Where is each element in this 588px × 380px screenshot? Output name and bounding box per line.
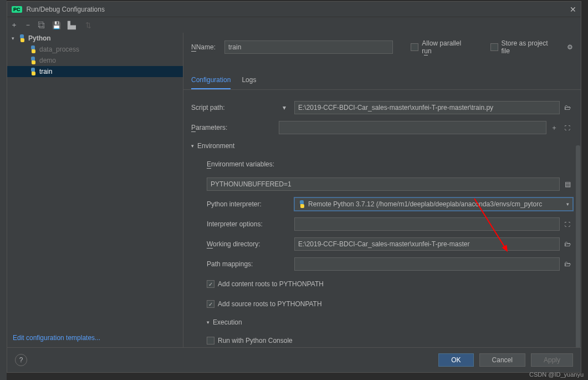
- window-title: Run/Debug Configurations: [27, 6, 570, 13]
- apply-button[interactable]: Apply: [531, 353, 573, 367]
- chevron-down-icon: ▾: [207, 320, 209, 325]
- tab-configuration[interactable]: Configuration: [191, 72, 231, 89]
- tree-root-python[interactable]: ▾ Python: [7, 33, 183, 44]
- env-vars-input[interactable]: [207, 178, 560, 191]
- section-label: Execution: [213, 318, 242, 326]
- folder-icon[interactable]: 🗁: [562, 259, 573, 270]
- checkbox-icon: [411, 43, 418, 51]
- python-icon: [29, 68, 37, 75]
- environment-section[interactable]: ▾ Environment: [191, 142, 573, 150]
- tree-item-train[interactable]: train: [7, 66, 183, 77]
- interpreter-value: Remote Python 3.7.12 (/home/m1/deeplab/d…: [308, 200, 542, 208]
- help-icon[interactable]: ?: [15, 354, 27, 366]
- interp-options-label: Interpreter options:: [207, 220, 290, 228]
- interpreter-label: Python interpreter:: [207, 200, 290, 208]
- tab-logs[interactable]: Logs: [242, 72, 256, 89]
- name-input[interactable]: [224, 40, 393, 54]
- run-console-checkbox[interactable]: Run with Python Console: [207, 337, 293, 344]
- python-interpreter-select[interactable]: Remote Python 3.7.12 (/home/m1/deeplab/d…: [294, 197, 573, 211]
- path-mappings-label: Path mappings:: [207, 260, 290, 268]
- checkbox-icon: [207, 300, 214, 308]
- close-icon[interactable]: ✕: [570, 5, 576, 14]
- folder-icon[interactable]: 🗁: [562, 102, 573, 113]
- folder-open-icon[interactable]: ▙▖: [68, 21, 79, 29]
- pycharm-icon: PC: [12, 6, 22, 13]
- checkbox-icon: [207, 337, 214, 344]
- scrollbar[interactable]: [576, 145, 580, 347]
- store-project-checkbox[interactable]: Store as project file: [490, 39, 558, 55]
- env-vars-label: Environment variables:: [207, 160, 290, 168]
- checkbox-icon: [490, 43, 498, 51]
- folder-icon[interactable]: 🗁: [562, 239, 573, 250]
- add-icon[interactable]: ＋: [11, 20, 18, 30]
- sort-icon[interactable]: ⇅: [85, 21, 91, 29]
- name-label: NName:: [191, 43, 216, 51]
- tree-root-label: Python: [28, 34, 51, 42]
- ok-button[interactable]: OK: [438, 353, 473, 367]
- save-icon[interactable]: 💾: [52, 21, 61, 29]
- remove-icon[interactable]: －: [24, 20, 32, 30]
- checkbox-label: Add content roots to PYTHONPATH: [218, 280, 324, 288]
- run-debug-config-dialog: PC Run/Debug Configurations ✕ ＋ － ⿻ 💾 ▙▖…: [7, 1, 581, 373]
- add-source-roots-checkbox[interactable]: Add source roots to PYTHONPATH: [207, 300, 322, 308]
- python-icon: [298, 200, 306, 208]
- main-panel: NName: Allow parallel run Store as proje…: [183, 33, 581, 347]
- execution-section[interactable]: ▾ Execution: [191, 318, 573, 326]
- tree-item-label: train: [39, 68, 52, 75]
- chevron-down-icon: ▾: [566, 201, 569, 207]
- store-project-label: Store as project file: [502, 39, 558, 55]
- copy-icon[interactable]: ⿻: [38, 21, 45, 29]
- workdir-input[interactable]: [294, 237, 560, 251]
- script-path-label: Script path:: [191, 104, 274, 112]
- sidebar-toolbar: ＋ － ⿻ 💾 ▙▖ ⇅: [7, 17, 581, 33]
- chevron-down-icon[interactable]: ▾: [279, 102, 290, 113]
- cancel-button[interactable]: Cancel: [479, 353, 525, 367]
- chevron-down-icon: ▾: [191, 143, 194, 149]
- plus-icon[interactable]: ＋: [549, 122, 560, 133]
- tree-item-label: demo: [39, 57, 56, 64]
- config-tree[interactable]: ▾ Python data_process demo train: [7, 33, 183, 328]
- allow-parallel-label: Allow parallel run: [422, 39, 472, 55]
- configuration-panel: Script path: ▾ 🗁 Parameters: ＋ ⛶: [183, 90, 581, 347]
- tree-item-data-process[interactable]: data_process: [7, 44, 183, 55]
- workdir-label: Working directory:: [207, 240, 290, 248]
- add-content-roots-checkbox[interactable]: Add content roots to PYTHONPATH: [207, 280, 324, 288]
- section-label: Environment: [197, 142, 234, 150]
- tabs: Configuration Logs: [183, 72, 581, 90]
- checkbox-icon: [207, 280, 214, 288]
- config-tree-sidebar: ▾ Python data_process demo train Edit co: [7, 33, 183, 347]
- watermark: CSDN @ID_yuanyu: [529, 371, 584, 378]
- gear-icon[interactable]: ⚙: [567, 43, 573, 51]
- parameters-label: Parameters:: [191, 124, 274, 131]
- tree-item-label: data_process: [39, 45, 79, 53]
- checkbox-label: Add source roots to PYTHONPATH: [218, 300, 322, 308]
- titlebar: PC Run/Debug Configurations ✕: [7, 2, 581, 17]
- checkbox-label: Run with Python Console: [218, 337, 293, 344]
- python-icon: [29, 57, 37, 64]
- parameters-input[interactable]: [279, 121, 546, 134]
- python-icon: [29, 45, 37, 53]
- expand-icon[interactable]: ⛶: [562, 122, 573, 133]
- edit-templates-link[interactable]: Edit configuration templates...: [7, 328, 183, 347]
- path-mappings-input[interactable]: [294, 257, 560, 271]
- list-icon[interactable]: ▤: [562, 179, 573, 190]
- interp-options-input[interactable]: [294, 217, 560, 231]
- tree-item-demo[interactable]: demo: [7, 55, 183, 66]
- expand-icon[interactable]: ⛶: [562, 219, 573, 230]
- allow-parallel-checkbox[interactable]: Allow parallel run: [411, 39, 472, 55]
- dialog-footer: ? OK Cancel Apply: [7, 347, 581, 372]
- chevron-down-icon: ▾: [12, 36, 18, 41]
- python-icon: [18, 34, 26, 42]
- script-path-input[interactable]: [294, 101, 560, 114]
